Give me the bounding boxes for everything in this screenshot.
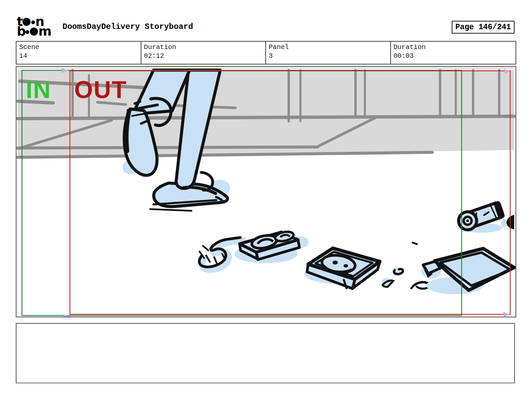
caption-box: [16, 323, 515, 383]
info-cell-scene-duration: Duration 02:12: [141, 42, 266, 64]
info-value: 00:03: [394, 52, 516, 60]
logo-dot-icon: [30, 28, 38, 36]
camera-in-label: IN: [26, 76, 51, 103]
tape-dispenser-box: [234, 230, 309, 263]
camera-out-label: OUT: [74, 76, 127, 103]
toonboom-logo: tn bm: [17, 17, 51, 36]
debris-shards: [382, 242, 428, 288]
info-cell-scene: Scene 14: [16, 42, 141, 64]
info-label: Duration: [394, 43, 516, 52]
info-cell-panel-duration: Duration 00:03: [391, 42, 516, 64]
info-value: 3: [269, 52, 390, 60]
storyboard-page: tn bm DoomsDayDelivery Storyboard Page 1…: [0, 0, 532, 411]
info-value: 14: [19, 52, 141, 60]
info-label: Duration: [144, 43, 266, 52]
info-label: Scene: [19, 43, 141, 52]
info-value: 02:12: [144, 52, 266, 60]
page-number-badge: Page 146/241: [452, 21, 515, 34]
open-box: [304, 248, 380, 288]
info-cell-panel: Panel 3: [266, 42, 391, 64]
box-lid-tray: [422, 248, 515, 294]
storyboard-drawing: IN OUT: [16, 67, 516, 317]
storyboard-panel: IN OUT: [16, 66, 516, 317]
info-label: Panel: [269, 43, 390, 52]
scattered-props: [199, 200, 514, 294]
camera-move-arrow-bottom-right-icon: [503, 312, 509, 317]
logo-dot-icon: [26, 30, 29, 34]
panel-info-table: Scene 14 Duration 02:12 Panel 3 Duration…: [16, 41, 516, 64]
logo-dot-icon: [31, 20, 35, 24]
battery-roll: [456, 200, 505, 233]
document-title: DoomsDayDelivery Storyboard: [62, 22, 193, 31]
logo-row-2: bm: [17, 27, 51, 36]
